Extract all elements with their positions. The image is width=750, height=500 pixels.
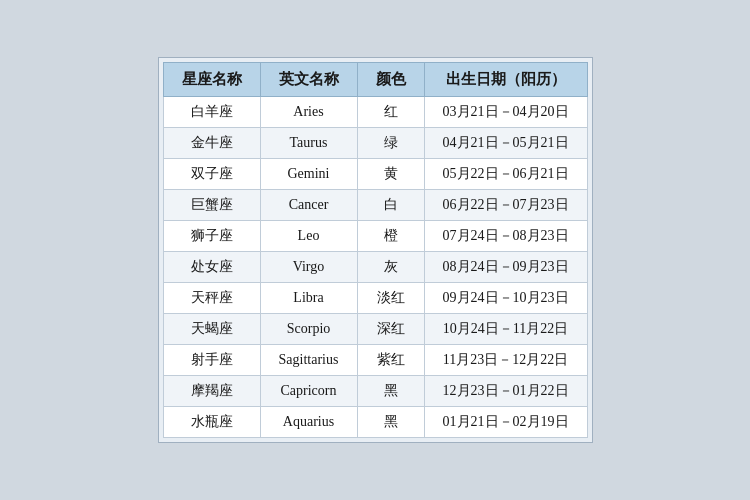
column-header-3: 出生日期（阳历） xyxy=(424,63,587,97)
zodiac-table: 星座名称英文名称颜色出生日期（阳历） 白羊座Aries红03月21日－04月20… xyxy=(163,62,588,438)
table-cell-10-0: 水瓶座 xyxy=(163,407,260,438)
table-cell-0-1: Aries xyxy=(260,97,357,128)
zodiac-table-container: 星座名称英文名称颜色出生日期（阳历） 白羊座Aries红03月21日－04月20… xyxy=(158,57,593,443)
table-cell-7-0: 天蝎座 xyxy=(163,314,260,345)
table-cell-6-3: 09月24日－10月23日 xyxy=(424,283,587,314)
table-row: 巨蟹座Cancer白06月22日－07月23日 xyxy=(163,190,587,221)
table-cell-3-1: Cancer xyxy=(260,190,357,221)
table-cell-8-3: 11月23日－12月22日 xyxy=(424,345,587,376)
table-cell-9-1: Capricorn xyxy=(260,376,357,407)
table-cell-7-1: Scorpio xyxy=(260,314,357,345)
table-cell-9-2: 黑 xyxy=(357,376,424,407)
table-row: 白羊座Aries红03月21日－04月20日 xyxy=(163,97,587,128)
table-cell-9-3: 12月23日－01月22日 xyxy=(424,376,587,407)
table-cell-10-2: 黑 xyxy=(357,407,424,438)
table-cell-6-0: 天秤座 xyxy=(163,283,260,314)
table-cell-10-3: 01月21日－02月19日 xyxy=(424,407,587,438)
table-cell-4-3: 07月24日－08月23日 xyxy=(424,221,587,252)
table-cell-1-3: 04月21日－05月21日 xyxy=(424,128,587,159)
column-header-0: 星座名称 xyxy=(163,63,260,97)
table-cell-5-2: 灰 xyxy=(357,252,424,283)
table-cell-2-2: 黄 xyxy=(357,159,424,190)
table-cell-7-3: 10月24日－11月22日 xyxy=(424,314,587,345)
table-row: 双子座Gemini黄05月22日－06月21日 xyxy=(163,159,587,190)
table-cell-2-1: Gemini xyxy=(260,159,357,190)
table-cell-4-1: Leo xyxy=(260,221,357,252)
table-cell-1-1: Taurus xyxy=(260,128,357,159)
table-cell-3-2: 白 xyxy=(357,190,424,221)
table-row: 天秤座Libra淡红09月24日－10月23日 xyxy=(163,283,587,314)
table-row: 狮子座Leo橙07月24日－08月23日 xyxy=(163,221,587,252)
table-cell-1-0: 金牛座 xyxy=(163,128,260,159)
table-cell-9-0: 摩羯座 xyxy=(163,376,260,407)
table-cell-6-1: Libra xyxy=(260,283,357,314)
table-row: 射手座Sagittarius紫红11月23日－12月22日 xyxy=(163,345,587,376)
table-cell-0-3: 03月21日－04月20日 xyxy=(424,97,587,128)
table-cell-5-1: Virgo xyxy=(260,252,357,283)
table-cell-3-3: 06月22日－07月23日 xyxy=(424,190,587,221)
column-header-2: 颜色 xyxy=(357,63,424,97)
table-row: 金牛座Taurus绿04月21日－05月21日 xyxy=(163,128,587,159)
table-header-row: 星座名称英文名称颜色出生日期（阳历） xyxy=(163,63,587,97)
table-cell-8-0: 射手座 xyxy=(163,345,260,376)
table-cell-1-2: 绿 xyxy=(357,128,424,159)
table-cell-2-0: 双子座 xyxy=(163,159,260,190)
table-cell-0-0: 白羊座 xyxy=(163,97,260,128)
table-row: 水瓶座Aquarius黑01月21日－02月19日 xyxy=(163,407,587,438)
table-cell-3-0: 巨蟹座 xyxy=(163,190,260,221)
table-cell-4-2: 橙 xyxy=(357,221,424,252)
table-cell-4-0: 狮子座 xyxy=(163,221,260,252)
table-cell-10-1: Aquarius xyxy=(260,407,357,438)
table-cell-8-2: 紫红 xyxy=(357,345,424,376)
table-cell-6-2: 淡红 xyxy=(357,283,424,314)
column-header-1: 英文名称 xyxy=(260,63,357,97)
table-cell-5-0: 处女座 xyxy=(163,252,260,283)
table-cell-5-3: 08月24日－09月23日 xyxy=(424,252,587,283)
table-cell-8-1: Sagittarius xyxy=(260,345,357,376)
table-cell-2-3: 05月22日－06月21日 xyxy=(424,159,587,190)
table-cell-0-2: 红 xyxy=(357,97,424,128)
table-cell-7-2: 深红 xyxy=(357,314,424,345)
table-row: 天蝎座Scorpio深红10月24日－11月22日 xyxy=(163,314,587,345)
table-row: 处女座Virgo灰08月24日－09月23日 xyxy=(163,252,587,283)
table-row: 摩羯座Capricorn黑12月23日－01月22日 xyxy=(163,376,587,407)
